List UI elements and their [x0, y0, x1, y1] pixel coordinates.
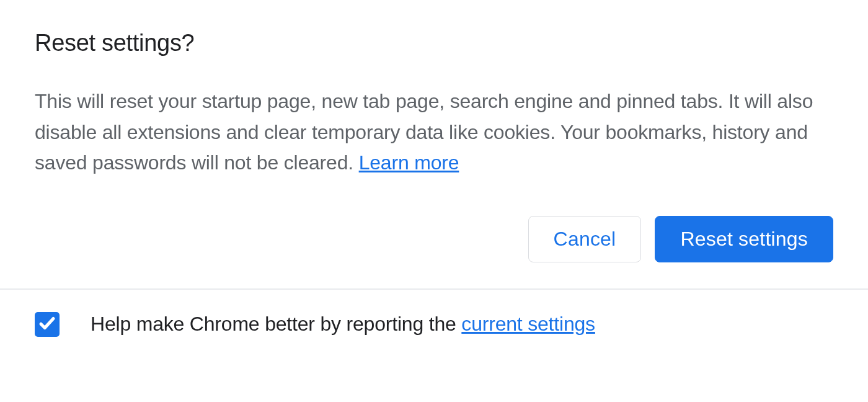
- footer-text: Help make Chrome better by reporting the…: [91, 313, 595, 336]
- dialog-button-row: Cancel Reset settings: [35, 216, 833, 288]
- learn-more-link[interactable]: Learn more: [359, 151, 459, 174]
- check-icon: [38, 314, 56, 335]
- dialog-title: Reset settings?: [35, 30, 833, 56]
- footer-row: Help make Chrome better by reporting the…: [0, 290, 868, 337]
- dialog-body: This will reset your startup page, new t…: [35, 86, 833, 179]
- reset-settings-button[interactable]: Reset settings: [655, 216, 833, 262]
- reset-settings-dialog: Reset settings? This will reset your sta…: [0, 0, 868, 288]
- current-settings-link[interactable]: current settings: [461, 313, 595, 335]
- cancel-button[interactable]: Cancel: [528, 216, 642, 262]
- footer-help-text: Help make Chrome better by reporting the: [91, 313, 461, 335]
- report-settings-checkbox[interactable]: [35, 312, 60, 337]
